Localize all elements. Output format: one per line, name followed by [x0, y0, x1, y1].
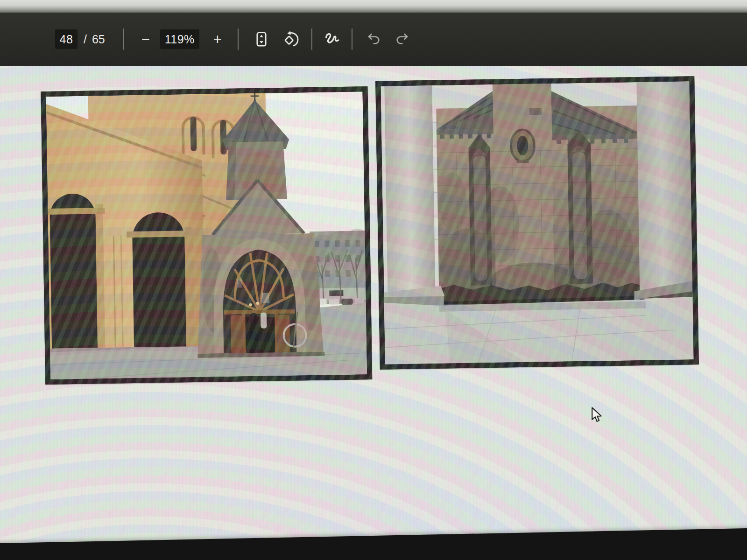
fit-to-page-button[interactable]: [251, 28, 272, 50]
page-divider: /: [84, 33, 87, 46]
toolbar-separator: [123, 28, 124, 50]
pdf-page-spread: [0, 60, 747, 560]
fit-to-page-icon: [253, 30, 270, 48]
pdf-content-area[interactable]: [0, 66, 747, 560]
stone-wall: [436, 82, 645, 308]
page-number-input[interactable]: 48: [55, 29, 78, 49]
toolbar-separator: [311, 28, 312, 50]
zoom-level-input[interactable]: 119%: [160, 29, 199, 49]
undo-button[interactable]: [363, 28, 384, 50]
redo-button[interactable]: [392, 28, 413, 50]
toolbar-separator: [238, 28, 239, 50]
photographed-screen: 48 / 65 − 119% +: [0, 0, 747, 560]
pdf-page-photo-right: [375, 76, 699, 370]
page-total: 65: [92, 33, 105, 46]
left-photo-art: [46, 91, 367, 379]
zoom-in-button[interactable]: +: [207, 28, 228, 50]
toolbar-separator: [352, 28, 352, 50]
redo-icon: [394, 31, 411, 48]
pdf-page-photo-left: [41, 86, 372, 385]
rotate-button[interactable]: [281, 28, 302, 50]
pavement: [384, 297, 694, 364]
rotate-icon: [282, 30, 301, 49]
zoom-out-button[interactable]: −: [135, 28, 156, 50]
right-photo-art: [381, 81, 693, 364]
undo-icon: [365, 31, 382, 48]
ink-draw-icon: [323, 30, 342, 49]
page-count: / 65: [84, 33, 105, 46]
draw-button[interactable]: [322, 28, 343, 50]
screen-top-edge: [0, 0, 747, 13]
pdf-toolbar: 48 / 65 − 119% +: [0, 13, 747, 66]
